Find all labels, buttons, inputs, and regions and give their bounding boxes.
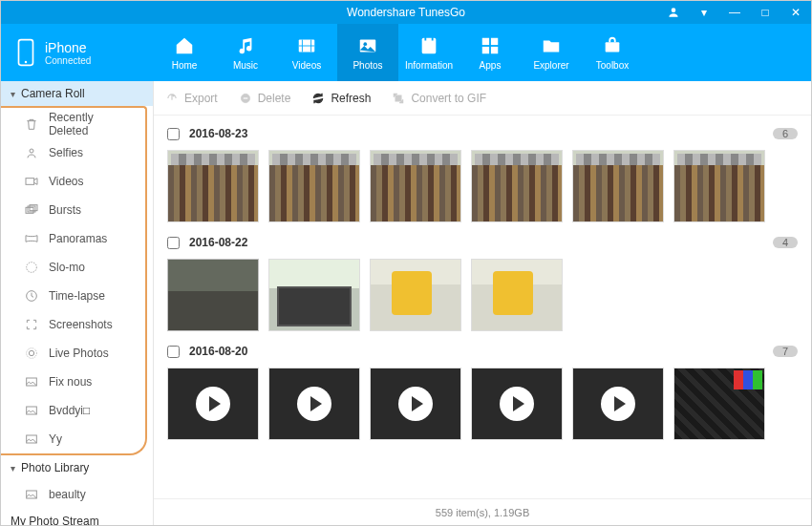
device-panel[interactable]: iPhone Connected: [1, 24, 154, 81]
tab-toolbox[interactable]: Toolbox: [582, 24, 643, 81]
video-thumb[interactable]: [370, 368, 461, 440]
sidebar-photo-library-label: Photo Library: [21, 461, 89, 474]
svg-point-4: [363, 42, 367, 46]
sidebar-item-label: Recently Deleted: [49, 111, 136, 137]
caret-down-icon: ▾: [11, 89, 15, 99]
svg-point-18: [27, 263, 37, 273]
sidebar-item-recently-deleted[interactable]: Recently Deleted: [1, 110, 145, 138]
minimize-button[interactable]: —: [719, 1, 750, 24]
sidebar-item-screenshots[interactable]: Screenshots: [1, 310, 145, 339]
nav-bar: iPhone Connected Home Music Videos Photo…: [1, 24, 811, 81]
tab-home[interactable]: Home: [154, 24, 215, 81]
selfie-icon: [24, 145, 39, 160]
sidebar-photo-stream[interactable]: My Photo Stream: [1, 509, 153, 525]
maximize-button[interactable]: □: [750, 1, 780, 24]
slomo-icon: [24, 260, 39, 275]
tab-apps-label: Apps: [480, 60, 502, 71]
play-icon: [500, 387, 534, 421]
sidebar-item-selfies[interactable]: Selfies: [1, 138, 145, 167]
user-icon[interactable]: [658, 1, 689, 24]
caret-down-icon: ▾: [11, 463, 15, 473]
photo-thumb[interactable]: [673, 150, 765, 222]
image-icon: [24, 487, 39, 502]
toolbar: Export Delete Refresh Convert to GIF: [154, 81, 811, 116]
photo-thumb[interactable]: [370, 150, 461, 222]
panorama-icon: [24, 231, 39, 246]
sidebar-item-panoramas[interactable]: Panoramas: [1, 224, 145, 253]
delete-button[interactable]: Delete: [239, 92, 291, 105]
sidebar-item-videos[interactable]: Videos: [1, 167, 145, 196]
svg-point-1: [25, 61, 28, 64]
phone-icon: [16, 38, 35, 67]
sidebar-camera-roll[interactable]: ▾Camera Roll: [1, 81, 153, 106]
timelapse-icon: [24, 288, 39, 304]
tab-explorer-label: Explorer: [533, 60, 568, 71]
svg-rect-6: [424, 36, 426, 40]
tab-music[interactable]: Music: [215, 24, 276, 81]
svg-rect-8: [482, 37, 489, 44]
photo-thumb[interactable]: [673, 368, 765, 440]
photo-thumb[interactable]: [370, 259, 461, 331]
group-checkbox[interactable]: [167, 128, 180, 140]
sidebar-item-beaulty[interactable]: beaulty: [1, 480, 153, 509]
video-thumb[interactable]: [268, 368, 360, 440]
photo-thumb[interactable]: [167, 150, 259, 222]
group-date: 2016-08-22: [189, 236, 247, 249]
sidebar-item-label: Panoramas: [49, 232, 107, 245]
sidebar-item-label: Selfies: [49, 146, 83, 159]
tab-photos-label: Photos: [353, 60, 382, 71]
photo-thumb[interactable]: [471, 150, 563, 222]
svg-point-21: [27, 348, 37, 359]
screenshot-icon: [24, 317, 39, 332]
sidebar-camera-roll-label: Camera Roll: [21, 87, 85, 100]
tab-information[interactable]: Information: [398, 24, 459, 81]
refresh-button[interactable]: Refresh: [311, 92, 371, 105]
sidebar-photo-library[interactable]: ▾Photo Library: [1, 455, 153, 480]
photo-thumb[interactable]: [167, 259, 259, 331]
dropdown-icon[interactable]: ▾: [689, 1, 719, 24]
sidebar-item-bursts[interactable]: Bursts: [1, 196, 145, 224]
photo-thumb[interactable]: [268, 259, 360, 331]
sidebar-item-yy[interactable]: Yy: [1, 425, 145, 453]
tab-explorer[interactable]: Explorer: [521, 24, 582, 81]
image-icon: [24, 403, 39, 418]
tab-apps[interactable]: Apps: [459, 24, 521, 81]
thumb-row: [167, 144, 798, 232]
export-label: Export: [184, 92, 218, 105]
video-thumb[interactable]: [572, 368, 664, 440]
export-button[interactable]: Export: [165, 92, 218, 105]
sidebar-item-label: Fix nous: [49, 375, 92, 389]
main-panel: Export Delete Refresh Convert to GIF 201…: [154, 81, 811, 525]
group-checkbox[interactable]: [167, 237, 180, 249]
convert-gif-button[interactable]: Convert to GIF: [392, 92, 486, 105]
play-icon: [601, 387, 635, 421]
svg-rect-10: [482, 46, 489, 53]
image-icon: [24, 431, 39, 447]
tab-videos[interactable]: Videos: [276, 24, 337, 81]
nav-tabs: Home Music Videos Photos Information App…: [154, 24, 811, 81]
refresh-label: Refresh: [331, 92, 371, 105]
video-thumb[interactable]: [471, 368, 563, 440]
sidebar-item-label: Slo-mo: [49, 261, 85, 274]
sidebar-item-slomo[interactable]: Slo-mo: [1, 253, 145, 282]
sidebar-item-fixnous[interactable]: Fix nous: [1, 368, 145, 396]
convert-gif-label: Convert to GIF: [411, 92, 486, 105]
photo-thumb[interactable]: [572, 150, 664, 222]
status-bar: 559 item(s), 1.19GB: [154, 498, 811, 525]
sidebar-item-bvddyi[interactable]: Bvddyi□: [1, 396, 145, 425]
group-date: 2016-08-23: [189, 127, 247, 140]
photo-thumb[interactable]: [268, 150, 360, 222]
close-button[interactable]: ✕: [780, 1, 811, 24]
svg-rect-5: [422, 37, 437, 53]
photo-content: 2016-08-23 6 2016-08-22 4: [154, 116, 811, 498]
sidebar-item-label: beaulty: [49, 488, 86, 501]
group-checkbox[interactable]: [167, 346, 180, 358]
video-thumb[interactable]: [167, 368, 259, 440]
sidebar-item-livephotos[interactable]: Live Photos: [1, 339, 145, 368]
sidebar: ▾Camera Roll Recently Deleted Selfies Vi…: [1, 81, 154, 525]
sidebar-item-timelapse[interactable]: Time-lapse: [1, 282, 145, 310]
sidebar-item-label: Live Photos: [49, 347, 109, 360]
photo-thumb[interactable]: [471, 259, 563, 331]
tab-photos[interactable]: Photos: [337, 24, 398, 81]
thumb-row: [167, 362, 798, 450]
